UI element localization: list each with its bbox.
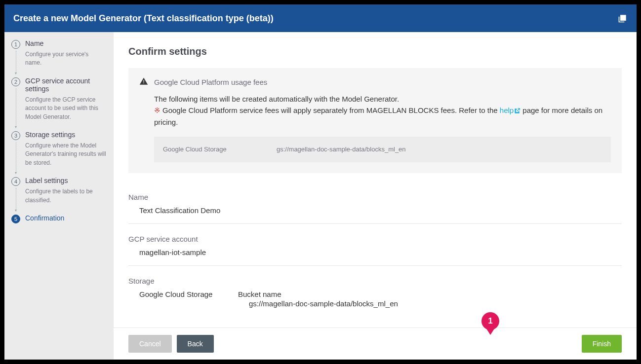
step-number-icon: 5 (11, 215, 20, 223)
asterisk-icon: ※ (154, 106, 160, 114)
step-title: Confirmation (25, 214, 64, 222)
library-icon[interactable] (618, 13, 628, 23)
section-value: magellan-iot-sample (128, 248, 622, 256)
section-value: Text Classification Demo (128, 206, 622, 215)
main-panel: Confirm settings Google Cloud Platform u… (114, 32, 637, 360)
section-name: Name Text Classification Demo (128, 193, 622, 224)
step-title: Name (25, 39, 107, 47)
external-link-icon (514, 108, 521, 114)
wizard-step-gcp[interactable]: 2 ▾ GCP service account settings Configu… (11, 77, 107, 129)
warning-line1: The following items will be created auto… (154, 93, 611, 105)
section-label: GCP service account (128, 235, 622, 243)
section-gcp: GCP service account magellan-iot-sample (128, 235, 622, 266)
fees-table-label: Google Cloud Storage (163, 145, 277, 154)
step-title: Storage settings (25, 131, 107, 139)
step-desc: Configure where the Model Generator's tr… (25, 142, 107, 167)
help-link[interactable]: help (500, 106, 521, 114)
warning-icon (139, 77, 148, 87)
footer-bar: Cancel Back Finish (114, 328, 637, 360)
step-desc: Configure the labels to be classified. (25, 187, 107, 205)
cancel-button[interactable]: Cancel (128, 335, 172, 353)
back-button[interactable]: Back (177, 335, 214, 353)
step-desc: Configure your service's name. (25, 50, 107, 68)
warning-heading: Google Cloud Platform usage fees (154, 78, 267, 86)
wizard-step-labels[interactable]: 4 ▾ Label settings Configure the labels … (11, 177, 107, 213)
step-title: GCP service account settings (25, 77, 107, 93)
header-title: Create a new Model Generator (Text class… (13, 13, 274, 24)
wizard-step-confirmation[interactable]: 5 ▾ Confirmation (11, 215, 107, 225)
step-number-icon: 1 (11, 40, 20, 49)
wizard-step-name[interactable]: 1 ▾ Name Configure your service's name. (11, 40, 107, 75)
step-number-icon: 3 (11, 131, 20, 140)
fees-table-value: gs://magellan-doc-sample-data/blocks_ml_… (277, 145, 406, 154)
section-label: Name (128, 193, 622, 201)
wizard-step-storage[interactable]: 3 ▾ Storage settings Configure where the… (11, 131, 107, 175)
step-number-icon: 2 (11, 77, 20, 86)
bucket-label: Bucket name (238, 290, 398, 298)
fees-warning-card: Google Cloud Platform usage fees The fol… (128, 68, 622, 173)
page-title: Confirm settings (128, 46, 622, 57)
warning-line2: ※Google Cloud Platform service fees will… (154, 105, 611, 128)
bucket-value: gs://magellan-doc-sample-data/blocks_ml_… (238, 299, 398, 308)
header-bar: Create a new Model Generator (Text class… (4, 4, 637, 32)
fees-table: Google Cloud Storage gs://magellan-doc-s… (154, 137, 611, 162)
step-desc: Configure the GCP service account to be … (25, 96, 107, 121)
step-number-icon: 4 (11, 177, 20, 186)
step-title: Label settings (25, 177, 107, 184)
section-label: Storage (128, 277, 622, 285)
wizard-sidebar: 1 ▾ Name Configure your service's name. … (4, 32, 114, 360)
section-storage: Storage Google Cloud Storage Bucket name… (128, 277, 622, 317)
storage-type: Google Cloud Storage (139, 290, 238, 308)
finish-button[interactable]: Finish (582, 335, 622, 353)
